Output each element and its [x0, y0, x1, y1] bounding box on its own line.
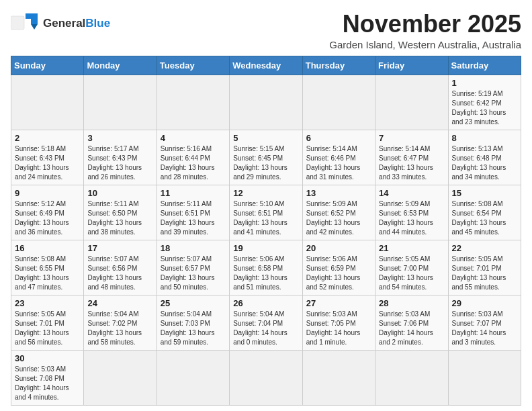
day-info: Sunrise: 5:03 AM Sunset: 7:07 PM Dayligh…: [452, 310, 517, 347]
calendar-cell: [302, 75, 375, 130]
calendar-week-row: 2Sunrise: 5:18 AM Sunset: 6:43 PM Daylig…: [11, 130, 521, 185]
calendar-cell: 8Sunrise: 5:13 AM Sunset: 6:48 PM Daylig…: [448, 130, 521, 185]
calendar-week-row: 23Sunrise: 5:05 AM Sunset: 7:01 PM Dayli…: [11, 295, 521, 350]
calendar-cell: 25Sunrise: 5:04 AM Sunset: 7:03 PM Dayli…: [157, 295, 229, 350]
title-area: November 2025 Garden Island, Western Aus…: [329, 11, 521, 50]
day-info: Sunrise: 5:06 AM Sunset: 6:59 PM Dayligh…: [306, 255, 371, 292]
day-info: Sunrise: 5:18 AM Sunset: 6:43 PM Dayligh…: [15, 144, 80, 182]
day-number: 8: [452, 133, 517, 143]
calendar-dow-friday: Friday: [375, 56, 448, 75]
calendar-dow-wednesday: Wednesday: [230, 56, 302, 75]
day-info: Sunrise: 5:05 AM Sunset: 7:01 PM Dayligh…: [15, 310, 80, 347]
logo-blue: Blue: [85, 17, 110, 30]
day-number: 26: [233, 298, 298, 308]
calendar-cell: 11Sunrise: 5:11 AM Sunset: 6:51 PM Dayli…: [157, 185, 229, 240]
calendar-cell: [375, 350, 448, 405]
logo-wordmark: GeneralBlue: [43, 17, 110, 29]
day-number: 16: [15, 243, 80, 253]
day-info: Sunrise: 5:17 AM Sunset: 6:43 PM Dayligh…: [87, 144, 152, 182]
day-number: 1: [452, 78, 517, 88]
svg-marker-1: [26, 13, 38, 24]
day-number: 23: [15, 298, 80, 308]
day-info: Sunrise: 5:05 AM Sunset: 7:00 PM Dayligh…: [379, 255, 444, 292]
day-info: Sunrise: 5:07 AM Sunset: 6:57 PM Dayligh…: [161, 255, 226, 292]
day-number: 13: [306, 188, 371, 198]
calendar-cell: [84, 350, 157, 405]
day-info: Sunrise: 5:14 AM Sunset: 6:47 PM Dayligh…: [379, 144, 444, 182]
calendar-cell: 28Sunrise: 5:03 AM Sunset: 7:06 PM Dayli…: [375, 295, 448, 350]
calendar-cell: 20Sunrise: 5:06 AM Sunset: 6:59 PM Dayli…: [302, 240, 375, 295]
day-number: 11: [161, 188, 226, 198]
calendar-cell: [157, 75, 229, 130]
day-number: 15: [452, 188, 517, 198]
calendar-cell: [230, 350, 302, 405]
day-number: 18: [161, 243, 226, 253]
day-info: Sunrise: 5:14 AM Sunset: 6:46 PM Dayligh…: [306, 144, 371, 182]
day-number: 30: [15, 353, 80, 363]
calendar-cell: 24Sunrise: 5:04 AM Sunset: 7:02 PM Dayli…: [84, 295, 157, 350]
day-info: Sunrise: 5:11 AM Sunset: 6:50 PM Dayligh…: [87, 199, 152, 237]
day-number: 10: [87, 188, 152, 198]
day-number: 4: [161, 133, 226, 143]
svg-marker-2: [31, 24, 38, 30]
day-number: 14: [379, 188, 444, 198]
day-info: Sunrise: 5:03 AM Sunset: 7:08 PM Dayligh…: [15, 365, 80, 402]
day-info: Sunrise: 5:05 AM Sunset: 7:01 PM Dayligh…: [452, 255, 517, 292]
calendar-cell: 4Sunrise: 5:16 AM Sunset: 6:44 PM Daylig…: [157, 130, 229, 185]
calendar-cell: 15Sunrise: 5:08 AM Sunset: 6:54 PM Dayli…: [448, 185, 521, 240]
logo: GeneralBlue: [11, 11, 110, 35]
logo-general: General: [43, 17, 85, 30]
day-info: Sunrise: 5:19 AM Sunset: 6:42 PM Dayligh…: [452, 89, 517, 127]
day-info: Sunrise: 5:13 AM Sunset: 6:48 PM Dayligh…: [452, 144, 517, 182]
day-info: Sunrise: 5:06 AM Sunset: 6:58 PM Dayligh…: [233, 255, 298, 292]
day-info: Sunrise: 5:11 AM Sunset: 6:51 PM Dayligh…: [161, 199, 226, 237]
calendar-cell: 10Sunrise: 5:11 AM Sunset: 6:50 PM Dayli…: [84, 185, 157, 240]
calendar-cell: 2Sunrise: 5:18 AM Sunset: 6:43 PM Daylig…: [11, 130, 84, 185]
calendar-table: SundayMondayTuesdayWednesdayThursdayFrid…: [11, 56, 521, 406]
calendar-cell: [448, 350, 521, 405]
day-number: 19: [233, 243, 298, 253]
calendar-cell: 12Sunrise: 5:10 AM Sunset: 6:51 PM Dayli…: [230, 185, 302, 240]
day-info: Sunrise: 5:10 AM Sunset: 6:51 PM Dayligh…: [233, 199, 298, 237]
day-number: 27: [306, 298, 371, 308]
day-number: 17: [87, 243, 152, 253]
calendar-cell: [157, 350, 229, 405]
day-info: Sunrise: 5:09 AM Sunset: 6:53 PM Dayligh…: [379, 199, 444, 237]
day-number: 28: [379, 298, 444, 308]
calendar-cell: 30Sunrise: 5:03 AM Sunset: 7:08 PM Dayli…: [11, 350, 84, 405]
day-number: 2: [15, 133, 80, 143]
calendar-cell: 27Sunrise: 5:03 AM Sunset: 7:05 PM Dayli…: [302, 295, 375, 350]
logo-icon: [11, 11, 40, 35]
location-subtitle: Garden Island, Western Australia, Austra…: [329, 39, 521, 50]
calendar-cell: 22Sunrise: 5:05 AM Sunset: 7:01 PM Dayli…: [448, 240, 521, 295]
calendar-cell: 16Sunrise: 5:08 AM Sunset: 6:55 PM Dayli…: [11, 240, 84, 295]
calendar-cell: [84, 75, 157, 130]
calendar-cell: [230, 75, 302, 130]
calendar-cell: 7Sunrise: 5:14 AM Sunset: 6:47 PM Daylig…: [375, 130, 448, 185]
svg-rect-0: [11, 16, 24, 30]
day-number: 22: [452, 243, 517, 253]
day-number: 21: [379, 243, 444, 253]
day-number: 3: [87, 133, 152, 143]
calendar-cell: 14Sunrise: 5:09 AM Sunset: 6:53 PM Dayli…: [375, 185, 448, 240]
calendar-cell: 1Sunrise: 5:19 AM Sunset: 6:42 PM Daylig…: [448, 75, 521, 130]
month-title: November 2025: [329, 11, 521, 38]
calendar-week-row: 16Sunrise: 5:08 AM Sunset: 6:55 PM Dayli…: [11, 240, 521, 295]
calendar-dow-tuesday: Tuesday: [157, 56, 229, 75]
day-info: Sunrise: 5:03 AM Sunset: 7:05 PM Dayligh…: [306, 310, 371, 347]
day-info: Sunrise: 5:04 AM Sunset: 7:03 PM Dayligh…: [161, 310, 226, 347]
calendar-dow-saturday: Saturday: [448, 56, 521, 75]
day-number: 20: [306, 243, 371, 253]
day-info: Sunrise: 5:15 AM Sunset: 6:45 PM Dayligh…: [233, 144, 298, 182]
day-number: 25: [161, 298, 226, 308]
calendar-cell: [375, 75, 448, 130]
calendar-dow-monday: Monday: [84, 56, 157, 75]
day-info: Sunrise: 5:04 AM Sunset: 7:02 PM Dayligh…: [87, 310, 152, 347]
calendar-cell: 29Sunrise: 5:03 AM Sunset: 7:07 PM Dayli…: [448, 295, 521, 350]
day-number: 24: [87, 298, 152, 308]
day-info: Sunrise: 5:12 AM Sunset: 6:49 PM Dayligh…: [15, 199, 80, 237]
calendar-header-row: SundayMondayTuesdayWednesdayThursdayFrid…: [11, 56, 521, 75]
calendar-cell: 6Sunrise: 5:14 AM Sunset: 6:46 PM Daylig…: [302, 130, 375, 185]
calendar-cell: 3Sunrise: 5:17 AM Sunset: 6:43 PM Daylig…: [84, 130, 157, 185]
day-number: 29: [452, 298, 517, 308]
